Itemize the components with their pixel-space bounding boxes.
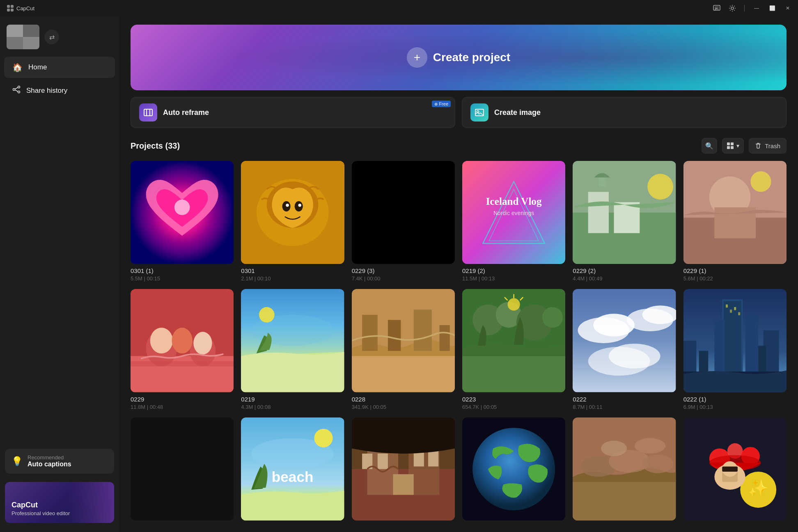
plus-icon: + [407, 47, 427, 68]
svg-rect-65 [462, 351, 565, 392]
projects-header-controls: 🔍 ▾ Trash [702, 138, 787, 154]
project-name: 0301 (1) [131, 267, 234, 274]
sidebar: ⇄ 🏠 Home Share history 💡 Recommend [0, 16, 119, 532]
list-item[interactable]: 0229 (2) 4.4M | 00:49 [573, 161, 676, 282]
project-name: 0229 [131, 396, 234, 403]
svg-rect-106 [377, 454, 388, 469]
svg-rect-19 [731, 142, 734, 145]
recommended-card[interactable]: 💡 Recommended Auto captions [5, 449, 114, 474]
svg-point-98 [314, 429, 333, 447]
list-item[interactable] [352, 417, 455, 524]
svg-rect-4 [713, 5, 720, 10]
project-name: 0229 (1) [683, 267, 787, 274]
svg-point-10 [18, 91, 20, 93]
titlebar-separator [744, 5, 745, 11]
svg-rect-113 [573, 479, 676, 521]
sidebar-item-home[interactable]: 🏠 Home [4, 57, 115, 78]
projects-header: Projects (33) 🔍 ▾ [131, 138, 787, 154]
maximize-button[interactable]: ⬜ [768, 5, 776, 12]
lightbulb-icon: 💡 [11, 456, 23, 467]
settings-icon[interactable] [729, 5, 736, 12]
svg-rect-18 [727, 142, 730, 145]
create-project-banner[interactable]: + Create project [131, 25, 787, 90]
svg-point-50 [150, 328, 173, 354]
project-name: 0229 (2) [573, 267, 676, 274]
list-item[interactable]: ✨ [683, 417, 787, 524]
project-thumbnail [573, 417, 676, 521]
list-item[interactable]: 0301 (1) 5.5M | 00:15 [131, 161, 234, 282]
main-content: + Create project Auto reframe Free [119, 16, 798, 532]
svg-rect-38 [588, 192, 609, 233]
svg-rect-0 [7, 5, 10, 8]
svg-rect-62 [413, 310, 431, 351]
svg-point-46 [750, 171, 771, 192]
list-item[interactable]: 0219 4.3M | 00:08 [241, 289, 344, 410]
close-button[interactable]: ✕ [784, 5, 791, 12]
list-item[interactable]: 0222 (1) 6.9M | 00:13 [683, 289, 787, 410]
svg-rect-109 [393, 474, 413, 495]
svg-point-8 [18, 86, 20, 88]
list-item[interactable]: beach [241, 417, 344, 524]
svg-text:Iceland Vlog: Iceland Vlog [486, 196, 542, 207]
project-thumbnail: Iceland Vlog Nordic evenings [462, 161, 565, 264]
list-item[interactable]: 0223 654.7K | 00:05 [462, 289, 565, 410]
svg-point-7 [731, 7, 734, 9]
projects-title: Projects (33) [131, 141, 180, 151]
promo-subtitle: Professional video editor [11, 510, 108, 516]
project-name: 0222 [573, 396, 676, 403]
view-toggle-button[interactable]: ▾ [722, 138, 744, 154]
account-switch-button[interactable]: ⇄ [44, 30, 59, 44]
svg-rect-54 [131, 361, 234, 367]
svg-point-80 [609, 344, 660, 369]
svg-rect-108 [428, 451, 438, 466]
auto-reframe-icon [139, 103, 157, 122]
list-item[interactable]: Iceland Vlog Nordic evenings 0219 (2) 11… [462, 161, 565, 282]
list-item[interactable] [131, 417, 234, 524]
search-button[interactable]: 🔍 [702, 138, 717, 154]
message-icon[interactable] [713, 5, 720, 12]
create-image-label: Create image [494, 108, 541, 117]
share-history-label: Share history [26, 87, 67, 95]
create-image-card[interactable]: Create image [462, 97, 787, 128]
auto-reframe-card[interactable]: Auto reframe Free [131, 97, 455, 128]
titlebar: CapCut — ⬜ ✕ [0, 0, 798, 16]
sidebar-avatar-area: ⇄ [0, 21, 119, 56]
svg-rect-93 [734, 307, 736, 310]
project-thumbnail [131, 289, 234, 392]
project-name: 0219 [241, 396, 344, 403]
share-icon [12, 85, 21, 96]
project-meta: 341.9K | 00:05 [352, 404, 455, 410]
app-body: ⇄ 🏠 Home Share history 💡 Recommend [0, 16, 798, 532]
svg-rect-92 [730, 310, 732, 313]
project-meta: 654.7K | 00:05 [462, 404, 565, 410]
home-icon: 🏠 [12, 62, 23, 72]
capcut-promo-banner[interactable]: CapCut Professional video editor [5, 482, 114, 523]
list-item[interactable]: 0222 8.7M | 00:11 [573, 289, 676, 410]
svg-point-30 [298, 204, 302, 207]
svg-rect-13 [144, 109, 152, 116]
trash-button[interactable]: Trash [749, 138, 787, 154]
sidebar-item-share-history[interactable]: Share history [4, 80, 115, 101]
home-label: Home [28, 63, 47, 71]
svg-rect-2 [7, 9, 10, 11]
auto-reframe-label: Auto reframe [163, 108, 209, 117]
list-item[interactable] [462, 417, 565, 524]
list-item[interactable]: 0229 (3) 7.4K | 00:00 [352, 161, 455, 282]
project-thumbnail [462, 289, 565, 392]
list-item[interactable]: 0301 2.1M | 00:10 [241, 161, 344, 282]
project-thumbnail [352, 161, 455, 264]
project-name: 0301 [241, 267, 344, 274]
project-thumbnail [241, 161, 344, 264]
svg-point-118 [635, 438, 665, 454]
create-project-label: Create project [433, 51, 510, 64]
list-item[interactable] [573, 417, 676, 524]
list-item[interactable]: 0229 (1) 5.6M | 00:22 [683, 161, 787, 282]
minimize-button[interactable]: — [753, 5, 760, 12]
create-image-icon [470, 103, 488, 122]
list-item[interactable]: 0229 11.8M | 00:48 [131, 289, 234, 410]
project-meta: 2.1M | 00:10 [241, 275, 344, 282]
list-item[interactable]: 0228 341.9K | 00:05 [352, 289, 455, 410]
project-thumbnail: ✨ [683, 417, 787, 521]
project-meta: 4.3M | 00:08 [241, 404, 344, 410]
project-name: 0223 [462, 396, 565, 403]
